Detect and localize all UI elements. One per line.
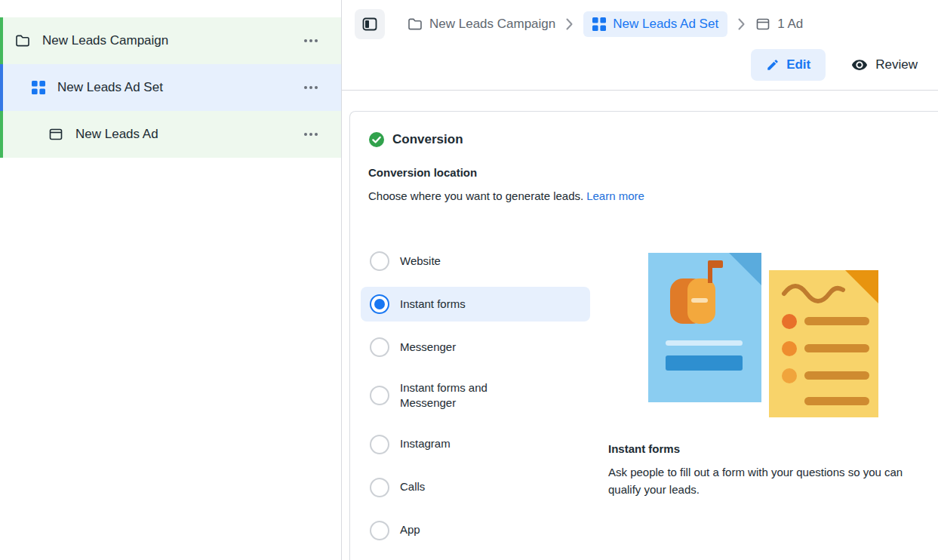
- conversion-location-description: Choose where you want to generate leads.…: [368, 189, 920, 202]
- breadcrumb-item-campaign[interactable]: New Leads Campaign: [407, 17, 555, 32]
- radio-unselected-icon[interactable]: [370, 521, 389, 540]
- pencil-icon: [766, 58, 780, 72]
- sidebar-item-ad[interactable]: New Leads Ad: [0, 111, 341, 158]
- conversion-card: Conversion Conversion location Choose wh…: [349, 111, 938, 560]
- ad-frame-icon: [48, 127, 63, 142]
- option-label: Instant forms: [400, 297, 466, 312]
- breadcrumb-label: New Leads Ad Set: [613, 17, 718, 32]
- option-label: Instagram: [400, 436, 451, 451]
- option-label: Website: [400, 254, 441, 269]
- chevron-right-icon: [738, 18, 745, 30]
- folder-icon: [15, 33, 30, 48]
- sidebar-item-label: New Leads Ad Set: [57, 80, 299, 95]
- edit-button-label: Edit: [786, 57, 810, 72]
- option-website[interactable]: Website: [361, 244, 590, 278]
- radio-unselected-icon[interactable]: [370, 478, 389, 497]
- conversion-location-options: Website Instant forms Messenger: [361, 244, 590, 556]
- chevron-right-icon: [566, 18, 573, 30]
- selected-option-title: Instant forms: [608, 442, 920, 455]
- radio-unselected-icon[interactable]: [370, 386, 389, 405]
- radio-unselected-icon[interactable]: [370, 435, 389, 454]
- conversion-location-body: Website Instant forms Messenger: [368, 244, 920, 556]
- breadcrumb-label: 1 Ad: [777, 17, 803, 32]
- top-bar: New Leads Campaign New Leads Ad Set: [342, 0, 938, 82]
- adset-grid-icon: [32, 81, 45, 94]
- review-button-label: Review: [875, 57, 918, 72]
- option-app[interactable]: App: [361, 513, 590, 548]
- radio-unselected-icon[interactable]: [370, 337, 389, 357]
- sidebar-item-campaign[interactable]: New Leads Campaign: [0, 17, 341, 64]
- option-messenger[interactable]: Messenger: [361, 330, 590, 365]
- review-button[interactable]: Review: [851, 57, 918, 73]
- breadcrumb: New Leads Campaign New Leads Ad Set: [355, 9, 918, 39]
- sidebar-item-label: New Leads Campaign: [42, 33, 299, 48]
- option-label: App: [400, 522, 420, 537]
- folder-icon: [407, 17, 423, 32]
- conversion-location-heading: Conversion location: [368, 166, 920, 179]
- option-calls[interactable]: Calls: [361, 470, 590, 505]
- option-label: Instant forms and Messenger: [400, 380, 536, 411]
- campaign-tree-sidebar: New Leads Campaign New Leads Ad Set New …: [0, 0, 342, 560]
- learn-more-link[interactable]: Learn more: [586, 189, 644, 202]
- view-mode-toolbar: Edit Review: [355, 48, 918, 82]
- collapse-sidebar-button[interactable]: [355, 9, 385, 39]
- more-options-button[interactable]: [299, 32, 323, 49]
- breadcrumb-item-ad[interactable]: 1 Ad: [755, 17, 803, 32]
- instant-forms-illustration: [644, 244, 893, 421]
- selected-option-description: Ask people to fill out a form with your …: [608, 464, 920, 498]
- more-options-button[interactable]: [299, 79, 323, 96]
- success-check-icon: [368, 131, 385, 148]
- eye-icon: [851, 57, 868, 73]
- radio-selected-icon[interactable]: [370, 294, 389, 314]
- breadcrumb-item-ad-set[interactable]: New Leads Ad Set: [583, 11, 727, 37]
- option-label: Calls: [400, 479, 425, 494]
- sidebar-item-label: New Leads Ad: [75, 127, 299, 142]
- more-options-button[interactable]: [299, 126, 323, 143]
- option-detail-panel: Instant forms Ask people to fill out a f…: [590, 244, 920, 556]
- option-instant-forms[interactable]: Instant forms: [361, 287, 590, 322]
- edit-button[interactable]: Edit: [751, 49, 826, 81]
- section-title: Conversion: [392, 132, 463, 147]
- main-panel: New Leads Campaign New Leads Ad Set: [342, 0, 938, 560]
- sidebar-item-ad-set[interactable]: New Leads Ad Set: [0, 64, 341, 111]
- option-instagram[interactable]: Instagram: [361, 427, 590, 462]
- ad-frame-icon: [755, 17, 770, 32]
- adset-grid-icon: [592, 17, 606, 31]
- conversion-section-header: Conversion: [368, 131, 920, 148]
- option-instant-forms-and-messenger[interactable]: Instant forms and Messenger: [361, 373, 590, 419]
- option-label: Messenger: [400, 340, 456, 355]
- radio-unselected-icon[interactable]: [370, 251, 389, 271]
- description-text: Choose where you want to generate leads.: [368, 189, 583, 202]
- breadcrumb-label: New Leads Campaign: [429, 17, 555, 32]
- editor-content: Conversion Conversion location Choose wh…: [342, 91, 938, 560]
- ads-manager-edit-view: New Leads Campaign New Leads Ad Set New …: [0, 0, 938, 560]
